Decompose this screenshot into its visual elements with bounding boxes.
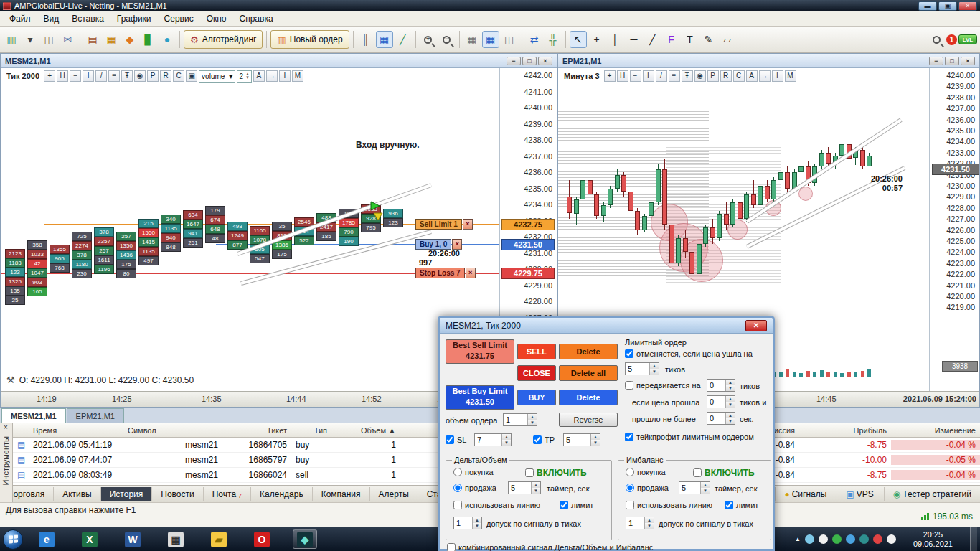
bottom-tab-Активы[interactable]: Активы [54, 487, 101, 501]
column-header-Прибыль[interactable]: Прибыль [799, 426, 891, 435]
bottom-tab-Календарь[interactable]: Календарь [251, 487, 313, 501]
bottom-tab-Сигналы[interactable]: ●Сигналы [775, 487, 835, 501]
side-panel-label[interactable]: Инструменты [1, 436, 10, 486]
order-volume-stepper[interactable]: 1▲▼ [503, 413, 537, 426]
menu-Вид[interactable]: Вид [37, 12, 66, 25]
chart-mode-I[interactable]: I [772, 70, 783, 82]
chart-mode-→[interactable]: → [266, 70, 278, 82]
delete-sell-button[interactable]: Delete [559, 344, 618, 359]
column-header-Время[interactable]: Время [29, 426, 123, 435]
order-cancel-icon[interactable]: × [463, 219, 473, 230]
sync-charts-icon[interactable]: ⇄ [526, 31, 543, 48]
tp-checkbox[interactable]: TP [533, 435, 555, 444]
chart-tool-I[interactable]: I [83, 70, 94, 82]
calculator-icon[interactable]: ▦ [164, 529, 188, 549]
excel-icon[interactable]: X [77, 529, 102, 549]
chart-type-dropdown-icon[interactable]: ▾ [22, 31, 39, 48]
chart-tool-H[interactable]: H [617, 70, 628, 82]
move-by-checkbox[interactable]: передвигается на [625, 381, 701, 390]
right-price-scale[interactable]: 4231.50 3938 4240.004239.004238.004237.0… [929, 68, 979, 391]
minimize-button[interactable]: ▬ [918, 1, 937, 11]
chart-tool-−[interactable]: − [630, 70, 641, 82]
panel-close-icon[interactable]: × [0, 423, 11, 433]
delta-timer-stepper[interactable]: 5▲▼ [508, 481, 541, 494]
buy-button[interactable]: BUY [517, 390, 556, 405]
imbalance-limit-checkbox[interactable]: лимит [725, 501, 758, 509]
start-button[interactable] [3, 529, 23, 550]
best-buy-limit-button[interactable]: Best Buy Limit4231.50 [446, 385, 514, 410]
chart-tool-Ŧ[interactable]: Ŧ [682, 70, 693, 82]
close-button[interactable]: × [958, 1, 977, 11]
reverse-button[interactable]: Reverse [559, 413, 618, 427]
ie-icon[interactable]: e [34, 529, 59, 549]
pointer-icon[interactable]: ↖ [570, 31, 587, 48]
menu-Файл[interactable]: Файл [3, 12, 37, 25]
taskbar-clock[interactable]: 20:25 09.06.2021 [908, 530, 958, 549]
zoom-in-icon[interactable]: + [420, 31, 437, 48]
delta-limit-checkbox[interactable]: лимит [560, 501, 593, 509]
tray-icon-2[interactable] [819, 534, 828, 544]
order-tag[interactable]: Buy 1, 0× [415, 239, 462, 250]
grid-icon[interactable]: ▦ [463, 31, 481, 48]
chart-tool-R[interactable]: R [160, 70, 171, 82]
order-cancel-icon[interactable]: × [452, 239, 462, 250]
order-cancel-icon[interactable]: × [466, 268, 476, 278]
chart-tool-Ŧ[interactable]: Ŧ [121, 70, 133, 82]
column-header-Тикет[interactable]: Тикет [222, 426, 291, 435]
tray-icon-7[interactable] [887, 534, 896, 544]
combined-signal-checkbox[interactable]: комбинированный сигнал Дельта/Объем и Им… [447, 543, 653, 551]
imbalance-sell-radio[interactable]: продажа [626, 484, 669, 492]
cancel-if-checkbox[interactable]: отменяется, если цена ушла на [625, 349, 753, 358]
move-ticks-stepper[interactable]: 0▲▼ [707, 379, 735, 392]
menu-Сервис[interactable]: Сервис [158, 12, 200, 25]
chart-tool-P[interactable]: P [147, 70, 159, 82]
chart-tool-/[interactable]: / [95, 70, 107, 82]
right-chart-close-button[interactable]: × [961, 57, 975, 65]
left-chart-titlebar[interactable]: MESM21,M1 − □ × [1, 54, 557, 68]
chart-tool-R[interactable]: R [720, 70, 732, 82]
bottom-tab-Новости[interactable]: Новости [152, 487, 203, 501]
tray-icon-6[interactable] [873, 534, 882, 544]
fibonacci-icon[interactable]: F [663, 31, 680, 48]
atas-icon[interactable]: ◆ [293, 529, 317, 549]
left-chart-close-button[interactable]: × [538, 57, 552, 65]
sell-button[interactable]: SELL [517, 344, 556, 359]
search-icon[interactable] [928, 31, 945, 48]
menu-Графики[interactable]: Графики [110, 12, 158, 25]
chart-tool-◉[interactable]: ◉ [134, 70, 146, 82]
vertical-line-icon[interactable]: │ [607, 31, 624, 48]
left-chart-maximize-button[interactable]: □ [522, 57, 537, 65]
no-more-stepper[interactable]: 0▲▼ [707, 412, 735, 425]
close-position-button[interactable]: CLOSE [517, 365, 556, 381]
chart-tool-+[interactable]: + [44, 70, 55, 82]
menu-Справка[interactable]: Справка [233, 12, 280, 25]
text-tool-icon[interactable]: T [682, 31, 699, 48]
bottom-tab-Алерты[interactable]: Алерты [370, 487, 418, 501]
chart-tools-icon[interactable]: ⚒ [6, 375, 15, 385]
tray-icon-1[interactable] [805, 534, 814, 544]
menu-Вставка[interactable]: Вставка [65, 12, 110, 25]
order-tag[interactable]: Sell Limit 1× [415, 219, 473, 230]
imbalance-use-line-checkbox[interactable]: использовать линию [626, 501, 712, 509]
new-order-button[interactable]: ▥Новый ордер [270, 30, 349, 49]
tp-limit-order-checkbox[interactable]: тейкпрофит лимитным ордером [625, 433, 754, 441]
maximize-button[interactable]: ▣ [938, 1, 957, 11]
dialog-titlebar[interactable]: MESM21, Тик 2000 ✕ [440, 318, 773, 334]
chart-tool-▣[interactable]: ▣ [186, 70, 197, 82]
tray-icon-3[interactable] [832, 534, 842, 544]
link-icon[interactable]: ╬ [545, 31, 562, 48]
word-icon[interactable]: W [121, 529, 145, 549]
archive-icon[interactable]: ▦ [103, 31, 120, 48]
bottom-tab-Почта[interactable]: Почта7 [204, 487, 251, 501]
grid-blue-icon[interactable]: ▦ [482, 31, 499, 48]
folder-icon[interactable]: ▰ [207, 529, 231, 549]
right-chart-maximize-button[interactable]: □ [945, 57, 959, 65]
delta-buy-radio[interactable]: покупка [453, 468, 494, 476]
left-chart-minimize-button[interactable]: − [507, 57, 521, 65]
chart-tool-≡[interactable]: ≡ [108, 70, 120, 82]
chart-mode-M[interactable]: M [785, 70, 796, 82]
chart-mode-→[interactable]: → [759, 70, 771, 82]
horizontal-line-icon[interactable]: ─ [626, 31, 643, 48]
market-icon[interactable]: ◆ [121, 31, 138, 48]
delta-enable-checkbox[interactable]: ВКЛЮЧИТЬ [525, 468, 587, 478]
